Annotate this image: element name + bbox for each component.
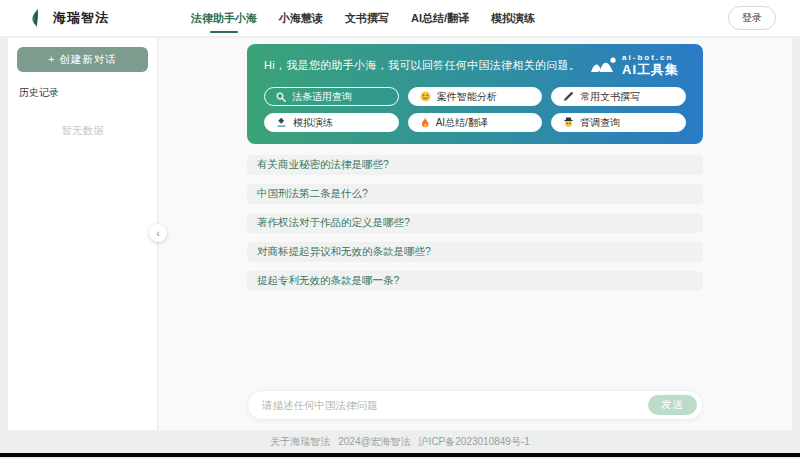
pill-label: 常用文书撰写: [580, 90, 640, 104]
nav-item-mock-practice[interactable]: 模拟演练: [491, 7, 535, 30]
footer: 关于海瑞智法 2024@宏海智法 沪ICP备2023010849号-1: [0, 430, 800, 453]
history-empty-text: 暂无数据: [17, 124, 148, 138]
pill-case-analysis[interactable]: 案件智能分析: [408, 87, 543, 106]
watermark: ai-bot.cn AI工具集: [590, 54, 679, 77]
question-trademark-opposition[interactable]: 对商标提起异议和无效的条款是哪些?: [247, 242, 703, 262]
smiley-icon: [420, 91, 431, 102]
send-button[interactable]: 发送: [648, 395, 697, 415]
main-nav: 法律助手小海 小海慧读 文书撰写 AI总结/翻译 模拟演练: [191, 7, 535, 30]
pencil-icon: [563, 91, 574, 102]
pill-mock-practice[interactable]: 模拟演练: [264, 113, 399, 132]
main-panel: ‹ Hi，我是您的助手小海，我可以回答任何中国法律相关的问题。: [157, 38, 792, 430]
nav-item-document-writing[interactable]: 文书撰写: [345, 7, 389, 30]
question-criminal-law-article2[interactable]: 中国刑法第二条是什么?: [247, 184, 703, 204]
history-label: 历史记录: [19, 86, 148, 100]
footer-copyright: 2024@宏海智法: [338, 435, 410, 449]
quick-action-pills: 法条适用查询 案件智能分析 常用文书撰写: [264, 87, 686, 132]
pill-label: 模拟演练: [293, 116, 333, 130]
content-column: Hi，我是您的助手小海，我可以回答任何中国法律相关的问题。 ai-bot.cn …: [247, 38, 703, 430]
page-body: + 创建新对话 历史记录 暂无数据 ‹ Hi，我是您的助手小海，我可以回答任何中…: [0, 36, 800, 430]
pill-background-check[interactable]: 背调查询: [551, 113, 686, 132]
pill-label: 法条适用查询: [292, 90, 352, 104]
watermark-title: AI工具集: [622, 63, 679, 77]
question-patent-invalidation[interactable]: 提起专利无效的条款是哪一条?: [247, 271, 703, 291]
pill-label: 背调查询: [580, 116, 620, 130]
chat-input[interactable]: [262, 399, 648, 411]
composer: 发送: [247, 390, 703, 420]
pill-ai-summary-translate[interactable]: AI总结/翻译: [408, 113, 543, 132]
welcome-banner: Hi，我是您的助手小海，我可以回答任何中国法律相关的问题。 ai-bot.cn …: [247, 44, 703, 144]
pill-label: 案件智能分析: [437, 90, 497, 104]
footer-about-link[interactable]: 关于海瑞智法: [270, 435, 330, 449]
brand: 海瑞智法: [30, 9, 109, 28]
sidebar: + 创建新对话 历史记录 暂无数据: [8, 38, 157, 430]
suggested-questions: 有关商业秘密的法律是哪些? 中国刑法第二条是什么? 著作权法对于作品的定义是哪些…: [247, 155, 703, 300]
detective-icon: [563, 117, 574, 128]
top-navbar: 海瑞智法 法律助手小海 小海慧读 文书撰写 AI总结/翻译 模拟演练 登录: [0, 0, 800, 36]
magnifier-icon: [276, 92, 286, 102]
pill-law-application-search[interactable]: 法条适用查询: [264, 87, 399, 106]
question-copyright-definition[interactable]: 著作权法对于作品的定义是哪些?: [247, 213, 703, 233]
pill-document-writing[interactable]: 常用文书撰写: [551, 87, 686, 106]
login-button[interactable]: 登录: [728, 6, 776, 30]
pill-label: AI总结/翻译: [436, 116, 488, 130]
flame-icon: [420, 117, 430, 129]
bottom-black-bar: [0, 453, 800, 457]
ai-bot-logo-icon: [590, 57, 617, 74]
nav-item-ai-summary-translate[interactable]: AI总结/翻译: [411, 7, 469, 30]
brand-name: 海瑞智法: [53, 9, 109, 27]
chevron-left-icon: ‹: [156, 227, 160, 239]
question-trade-secret[interactable]: 有关商业秘密的法律是哪些?: [247, 155, 703, 175]
nav-item-legal-assistant[interactable]: 法律助手小海: [191, 7, 257, 30]
assistant-greeting: Hi，我是您的助手小海，我可以回答任何中国法律相关的问题。: [264, 58, 580, 73]
sidebar-collapse-button[interactable]: ‹: [149, 224, 167, 242]
chat-input-container: 发送: [247, 390, 703, 420]
footer-icp-number: 沪ICP备2023010849号-1: [419, 435, 530, 449]
gavel-icon: [276, 117, 287, 128]
nav-item-smart-reading[interactable]: 小海慧读: [279, 7, 323, 30]
brand-leaf-icon: [30, 9, 45, 28]
new-chat-button[interactable]: + 创建新对话: [17, 47, 148, 72]
